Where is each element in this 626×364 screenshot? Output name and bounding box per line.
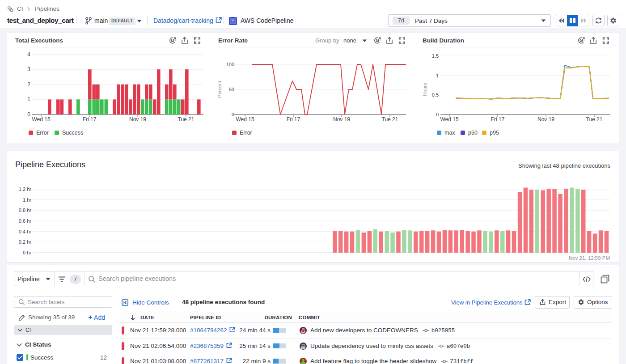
svg-text:Wed 15: Wed 15 [32,116,50,123]
svg-text:0: 0 [232,112,234,117]
svg-text:Tue 21: Tue 21 [586,116,603,123]
svg-text:0.4 hr: 0.4 hr [19,229,31,234]
svg-text:Nov 19: Nov 19 [537,116,554,123]
svg-text:1.2 hr: 1.2 hr [19,186,31,192]
svg-text:1: 1 [436,73,439,78]
svg-text:1: 1 [27,96,30,102]
svg-text:0.8 hr: 0.8 hr [19,207,31,213]
svg-text:Percent: Percent [217,81,222,98]
svg-text:Wed 15: Wed 15 [440,116,458,123]
svg-text:Fri 17: Fri 17 [287,116,300,123]
svg-text:0.2 hr: 0.2 hr [19,239,31,245]
svg-text:Fri 17: Fri 17 [491,116,505,123]
svg-text:4: 4 [27,51,30,58]
svg-text:0.5: 0.5 [432,92,439,97]
svg-text:100: 100 [226,62,234,67]
svg-text:Wed 15: Wed 15 [236,116,254,123]
svg-text:0: 0 [436,112,439,117]
svg-text:0.6 hr: 0.6 hr [19,218,31,224]
svg-text:1.5: 1.5 [432,53,439,59]
svg-text:Nov 19: Nov 19 [129,116,146,123]
svg-text:0: 0 [27,111,30,118]
svg-text:1 hr: 1 hr [23,197,31,203]
svg-text:Tue 21: Tue 21 [382,116,398,123]
svg-text:Fri 17: Fri 17 [83,116,97,123]
svg-text:Tue 21: Tue 21 [178,116,195,123]
svg-text:Nov 19: Nov 19 [333,116,350,123]
svg-text:0 hr: 0 hr [23,250,31,255]
svg-text:50: 50 [229,87,234,92]
svg-text:2: 2 [27,81,30,88]
svg-text:3: 3 [27,66,30,72]
svg-text:Hours: Hours [422,83,427,96]
